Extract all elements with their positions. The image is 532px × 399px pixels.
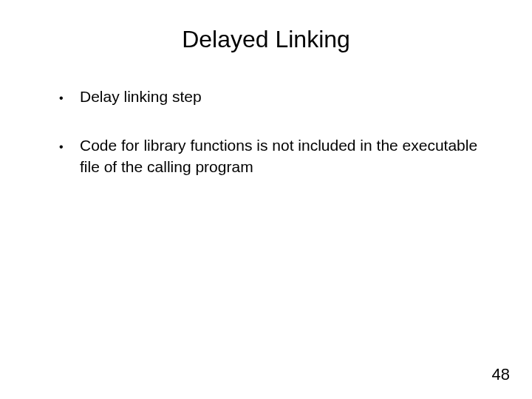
page-number: 48 xyxy=(492,365,510,384)
bullet-icon: • xyxy=(59,141,64,153)
bullet-text: Delay linking step xyxy=(80,88,202,105)
list-item: • Delay linking step xyxy=(59,86,488,107)
bullet-icon: • xyxy=(59,92,64,104)
slide-title: Delayed Linking xyxy=(44,26,488,53)
bullet-text: Code for library functions is not includ… xyxy=(80,137,477,174)
list-item: • Code for library functions is not incl… xyxy=(59,135,488,177)
bullet-list: • Delay linking step • Code for library … xyxy=(44,86,488,177)
slide-container: Delayed Linking • Delay linking step • C… xyxy=(0,0,532,399)
